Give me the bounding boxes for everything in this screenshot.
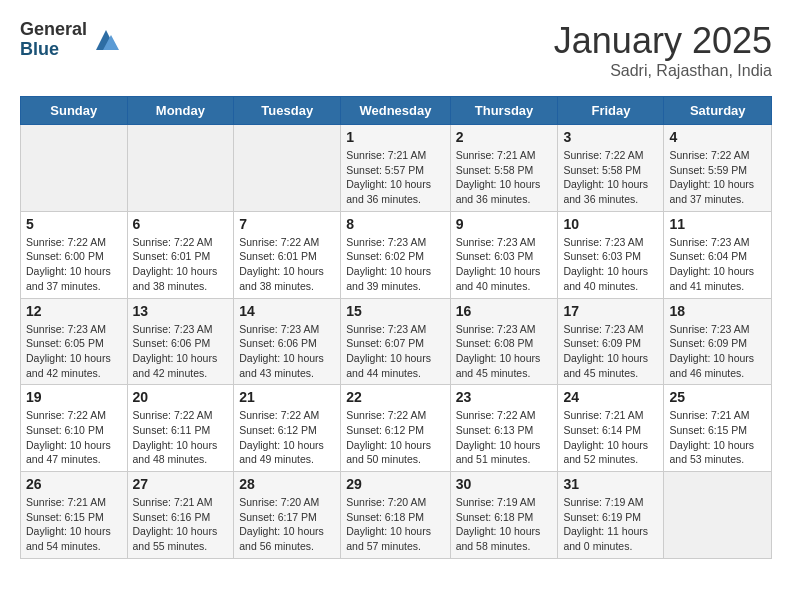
- day-number: 28: [239, 476, 335, 492]
- calendar-cell: 11Sunrise: 7:23 AM Sunset: 6:04 PM Dayli…: [664, 211, 772, 298]
- day-of-week-header: Friday: [558, 97, 664, 125]
- day-number: 26: [26, 476, 122, 492]
- day-info: Sunrise: 7:21 AM Sunset: 6:15 PM Dayligh…: [26, 495, 122, 554]
- day-number: 12: [26, 303, 122, 319]
- day-number: 19: [26, 389, 122, 405]
- day-number: 4: [669, 129, 766, 145]
- day-number: 13: [133, 303, 229, 319]
- calendar-cell: 25Sunrise: 7:21 AM Sunset: 6:15 PM Dayli…: [664, 385, 772, 472]
- day-number: 7: [239, 216, 335, 232]
- logo: General Blue: [20, 20, 121, 60]
- calendar-cell: 24Sunrise: 7:21 AM Sunset: 6:14 PM Dayli…: [558, 385, 664, 472]
- day-info: Sunrise: 7:22 AM Sunset: 6:01 PM Dayligh…: [239, 235, 335, 294]
- day-number: 2: [456, 129, 553, 145]
- calendar-week-row: 12Sunrise: 7:23 AM Sunset: 6:05 PM Dayli…: [21, 298, 772, 385]
- day-info: Sunrise: 7:23 AM Sunset: 6:03 PM Dayligh…: [456, 235, 553, 294]
- day-info: Sunrise: 7:21 AM Sunset: 6:16 PM Dayligh…: [133, 495, 229, 554]
- day-number: 31: [563, 476, 658, 492]
- logo-blue-text: Blue: [20, 40, 87, 60]
- calendar-cell: 20Sunrise: 7:22 AM Sunset: 6:11 PM Dayli…: [127, 385, 234, 472]
- calendar-cell: 26Sunrise: 7:21 AM Sunset: 6:15 PM Dayli…: [21, 472, 128, 559]
- calendar-cell: [127, 125, 234, 212]
- calendar-cell: 19Sunrise: 7:22 AM Sunset: 6:10 PM Dayli…: [21, 385, 128, 472]
- calendar-cell: 22Sunrise: 7:22 AM Sunset: 6:12 PM Dayli…: [341, 385, 450, 472]
- day-number: 25: [669, 389, 766, 405]
- day-info: Sunrise: 7:23 AM Sunset: 6:04 PM Dayligh…: [669, 235, 766, 294]
- day-of-week-header: Monday: [127, 97, 234, 125]
- logo-icon: [91, 25, 121, 55]
- day-info: Sunrise: 7:22 AM Sunset: 6:11 PM Dayligh…: [133, 408, 229, 467]
- calendar-cell: 3Sunrise: 7:22 AM Sunset: 5:58 PM Daylig…: [558, 125, 664, 212]
- day-number: 23: [456, 389, 553, 405]
- day-number: 30: [456, 476, 553, 492]
- calendar-week-row: 26Sunrise: 7:21 AM Sunset: 6:15 PM Dayli…: [21, 472, 772, 559]
- calendar-cell: 8Sunrise: 7:23 AM Sunset: 6:02 PM Daylig…: [341, 211, 450, 298]
- day-info: Sunrise: 7:23 AM Sunset: 6:09 PM Dayligh…: [669, 322, 766, 381]
- day-number: 10: [563, 216, 658, 232]
- calendar-cell: 6Sunrise: 7:22 AM Sunset: 6:01 PM Daylig…: [127, 211, 234, 298]
- calendar-cell: 4Sunrise: 7:22 AM Sunset: 5:59 PM Daylig…: [664, 125, 772, 212]
- calendar-cell: [234, 125, 341, 212]
- day-info: Sunrise: 7:23 AM Sunset: 6:09 PM Dayligh…: [563, 322, 658, 381]
- day-info: Sunrise: 7:23 AM Sunset: 6:07 PM Dayligh…: [346, 322, 444, 381]
- calendar-cell: 21Sunrise: 7:22 AM Sunset: 6:12 PM Dayli…: [234, 385, 341, 472]
- calendar-cell: 5Sunrise: 7:22 AM Sunset: 6:00 PM Daylig…: [21, 211, 128, 298]
- day-info: Sunrise: 7:21 AM Sunset: 5:57 PM Dayligh…: [346, 148, 444, 207]
- calendar-cell: 13Sunrise: 7:23 AM Sunset: 6:06 PM Dayli…: [127, 298, 234, 385]
- day-number: 17: [563, 303, 658, 319]
- calendar-cell: 16Sunrise: 7:23 AM Sunset: 6:08 PM Dayli…: [450, 298, 558, 385]
- day-number: 6: [133, 216, 229, 232]
- day-info: Sunrise: 7:22 AM Sunset: 6:13 PM Dayligh…: [456, 408, 553, 467]
- calendar-cell: 15Sunrise: 7:23 AM Sunset: 6:07 PM Dayli…: [341, 298, 450, 385]
- calendar-table: SundayMondayTuesdayWednesdayThursdayFrid…: [20, 96, 772, 559]
- day-info: Sunrise: 7:23 AM Sunset: 6:08 PM Dayligh…: [456, 322, 553, 381]
- day-number: 24: [563, 389, 658, 405]
- day-number: 18: [669, 303, 766, 319]
- day-number: 27: [133, 476, 229, 492]
- calendar-cell: [21, 125, 128, 212]
- day-number: 5: [26, 216, 122, 232]
- calendar-cell: 12Sunrise: 7:23 AM Sunset: 6:05 PM Dayli…: [21, 298, 128, 385]
- day-number: 16: [456, 303, 553, 319]
- calendar-cell: 9Sunrise: 7:23 AM Sunset: 6:03 PM Daylig…: [450, 211, 558, 298]
- day-number: 14: [239, 303, 335, 319]
- calendar-cell: 28Sunrise: 7:20 AM Sunset: 6:17 PM Dayli…: [234, 472, 341, 559]
- day-number: 22: [346, 389, 444, 405]
- day-info: Sunrise: 7:20 AM Sunset: 6:17 PM Dayligh…: [239, 495, 335, 554]
- calendar-cell: 10Sunrise: 7:23 AM Sunset: 6:03 PM Dayli…: [558, 211, 664, 298]
- day-info: Sunrise: 7:19 AM Sunset: 6:19 PM Dayligh…: [563, 495, 658, 554]
- day-number: 15: [346, 303, 444, 319]
- day-info: Sunrise: 7:23 AM Sunset: 6:05 PM Dayligh…: [26, 322, 122, 381]
- day-number: 29: [346, 476, 444, 492]
- day-info: Sunrise: 7:22 AM Sunset: 5:59 PM Dayligh…: [669, 148, 766, 207]
- day-info: Sunrise: 7:23 AM Sunset: 6:03 PM Dayligh…: [563, 235, 658, 294]
- day-number: 21: [239, 389, 335, 405]
- day-info: Sunrise: 7:22 AM Sunset: 6:00 PM Dayligh…: [26, 235, 122, 294]
- calendar-cell: 18Sunrise: 7:23 AM Sunset: 6:09 PM Dayli…: [664, 298, 772, 385]
- day-info: Sunrise: 7:22 AM Sunset: 6:12 PM Dayligh…: [346, 408, 444, 467]
- day-info: Sunrise: 7:23 AM Sunset: 6:02 PM Dayligh…: [346, 235, 444, 294]
- day-number: 8: [346, 216, 444, 232]
- calendar-cell: 17Sunrise: 7:23 AM Sunset: 6:09 PM Dayli…: [558, 298, 664, 385]
- day-of-week-header: Wednesday: [341, 97, 450, 125]
- calendar-cell: 14Sunrise: 7:23 AM Sunset: 6:06 PM Dayli…: [234, 298, 341, 385]
- day-info: Sunrise: 7:21 AM Sunset: 6:15 PM Dayligh…: [669, 408, 766, 467]
- day-info: Sunrise: 7:21 AM Sunset: 6:14 PM Dayligh…: [563, 408, 658, 467]
- day-info: Sunrise: 7:22 AM Sunset: 6:10 PM Dayligh…: [26, 408, 122, 467]
- day-number: 1: [346, 129, 444, 145]
- day-info: Sunrise: 7:23 AM Sunset: 6:06 PM Dayligh…: [133, 322, 229, 381]
- month-title: January 2025: [554, 20, 772, 62]
- day-number: 11: [669, 216, 766, 232]
- calendar-cell: 27Sunrise: 7:21 AM Sunset: 6:16 PM Dayli…: [127, 472, 234, 559]
- day-number: 20: [133, 389, 229, 405]
- day-info: Sunrise: 7:19 AM Sunset: 6:18 PM Dayligh…: [456, 495, 553, 554]
- day-info: Sunrise: 7:20 AM Sunset: 6:18 PM Dayligh…: [346, 495, 444, 554]
- calendar-week-row: 19Sunrise: 7:22 AM Sunset: 6:10 PM Dayli…: [21, 385, 772, 472]
- page-header: General Blue January 2025 Sadri, Rajasth…: [20, 20, 772, 80]
- day-of-week-header: Thursday: [450, 97, 558, 125]
- day-number: 9: [456, 216, 553, 232]
- calendar-cell: 29Sunrise: 7:20 AM Sunset: 6:18 PM Dayli…: [341, 472, 450, 559]
- calendar-cell: 7Sunrise: 7:22 AM Sunset: 6:01 PM Daylig…: [234, 211, 341, 298]
- calendar-cell: 23Sunrise: 7:22 AM Sunset: 6:13 PM Dayli…: [450, 385, 558, 472]
- day-info: Sunrise: 7:23 AM Sunset: 6:06 PM Dayligh…: [239, 322, 335, 381]
